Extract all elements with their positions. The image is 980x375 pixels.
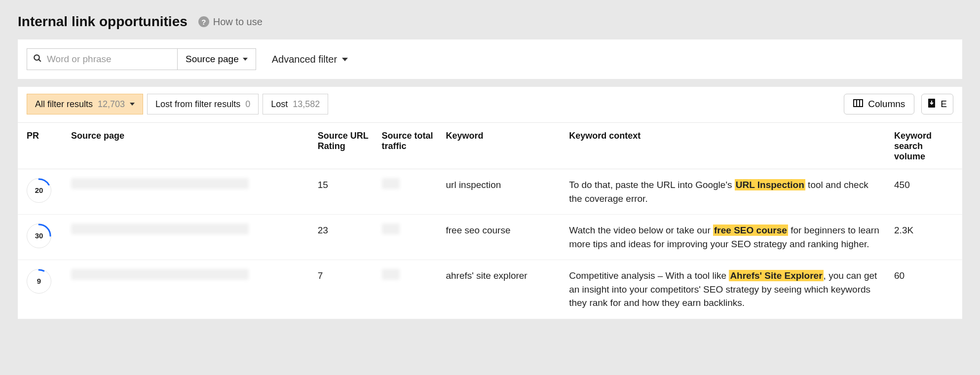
keyword-context: Watch the video below or take our free S…: [563, 215, 888, 260]
keyword-value: url inspection: [440, 169, 563, 215]
traffic-redacted: [382, 178, 400, 189]
source-page-redacted: [71, 269, 249, 280]
search-input-wrap[interactable]: [27, 48, 178, 70]
source-page-dropdown[interactable]: Source page: [178, 48, 256, 70]
columns-icon: [853, 99, 863, 110]
search-volume-value: 60: [888, 260, 962, 319]
keyword-value: ahrefs' site explorer: [440, 260, 563, 319]
traffic-redacted: [382, 269, 400, 280]
export-label: E: [941, 99, 947, 110]
tab-label: Lost from filter results: [155, 99, 240, 110]
keyword-context: To do that, paste the URL into Google's …: [563, 169, 888, 215]
search-volume-value: 2.3K: [888, 215, 962, 260]
source-page-redacted: [71, 224, 249, 234]
columns-button[interactable]: Columns: [844, 94, 914, 114]
column-header-traffic[interactable]: Source total traffic: [376, 123, 440, 169]
export-button[interactable]: E: [921, 94, 953, 114]
url-rating-value: 7: [312, 260, 376, 319]
tabs-group: All filter results 12,703 Lost from filt…: [27, 94, 328, 114]
keyword-highlight: free SEO course: [713, 225, 788, 236]
table-row: 9 7 ahrefs' site explorer Competitive an…: [18, 260, 962, 319]
table-row: 20 15 url inspection To do that, paste t…: [18, 169, 962, 215]
advanced-filter-dropdown[interactable]: Advanced filter: [272, 54, 348, 65]
svg-rect-2: [854, 100, 863, 107]
chevron-down-icon: [342, 58, 348, 61]
tab-label: All filter results: [35, 99, 93, 110]
search-volume-value: 450: [888, 169, 962, 215]
pr-badge: 20: [27, 178, 51, 203]
keyword-highlight: Ahrefs' Site Explorer: [729, 270, 823, 281]
tab-count: 0: [245, 99, 250, 110]
keyword-context: Competitive analysis – With a tool like …: [563, 260, 888, 319]
column-header-keyword[interactable]: Keyword: [440, 123, 563, 169]
filters-panel: Source page Advanced filter: [18, 39, 962, 79]
keyword-highlight: URL Inspection: [735, 179, 805, 190]
results-panel: All filter results 12,703 Lost from filt…: [18, 87, 962, 319]
tab-lost[interactable]: Lost 13,582: [263, 94, 328, 114]
results-table: PR Source page Source URL Rating Source …: [18, 123, 962, 319]
table-row: 30 23 free seo course Watch the video be…: [18, 215, 962, 260]
chevron-down-icon: [243, 58, 248, 61]
source-page-redacted: [71, 178, 249, 189]
advanced-filter-label: Advanced filter: [272, 54, 337, 65]
columns-label: Columns: [868, 99, 905, 110]
url-rating-value: 15: [312, 169, 376, 215]
results-toolbar: All filter results 12,703 Lost from filt…: [18, 87, 962, 123]
page-title: Internal link opportunities: [18, 14, 188, 30]
svg-point-0: [34, 55, 39, 60]
svg-line-1: [39, 59, 41, 61]
keyword-value: free seo course: [440, 215, 563, 260]
column-header-context[interactable]: Keyword context: [563, 123, 888, 169]
how-to-use-link[interactable]: ? How to use: [198, 16, 263, 28]
tab-label: Lost: [271, 99, 288, 110]
column-header-url-rating[interactable]: Source URL Rating: [312, 123, 376, 169]
page-header: Internal link opportunities ? How to use: [0, 0, 980, 39]
column-header-volume[interactable]: Keyword search volume: [888, 123, 962, 169]
filter-bar: Source page Advanced filter: [18, 39, 962, 79]
tab-count: 12,703: [98, 99, 125, 110]
chevron-down-icon: [130, 103, 135, 106]
pr-badge: 30: [27, 224, 51, 248]
help-icon: ?: [198, 16, 209, 27]
search-icon: [33, 54, 42, 65]
pr-badge: 9: [27, 269, 51, 294]
column-header-pr[interactable]: PR: [18, 123, 65, 169]
traffic-redacted: [382, 224, 400, 234]
column-header-source-page[interactable]: Source page: [65, 123, 312, 169]
download-icon: [928, 99, 936, 110]
tab-lost-from-filter-results[interactable]: Lost from filter results 0: [147, 94, 259, 114]
tab-all-filter-results[interactable]: All filter results 12,703: [27, 94, 143, 114]
source-page-label: Source page: [186, 54, 239, 65]
tab-count: 13,582: [293, 99, 320, 110]
url-rating-value: 23: [312, 215, 376, 260]
search-input[interactable]: [47, 54, 171, 65]
how-to-use-label: How to use: [213, 16, 263, 28]
